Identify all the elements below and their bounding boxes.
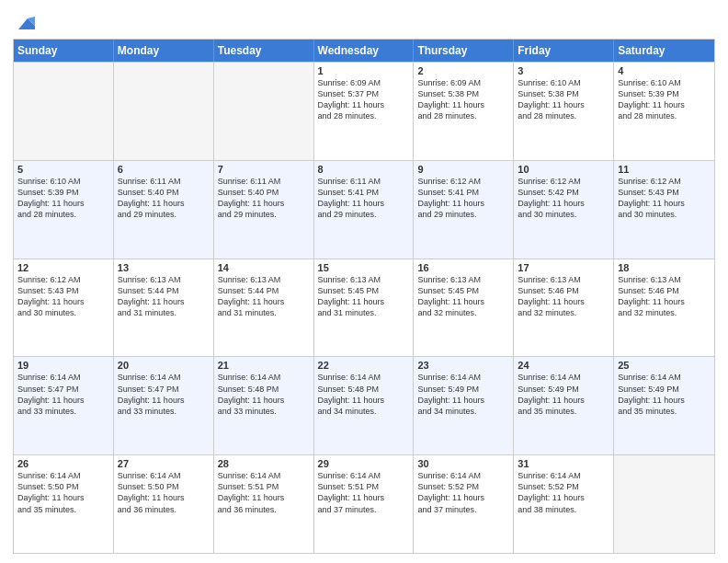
calendar-cell: 12Sunrise: 6:12 AM Sunset: 5:43 PM Dayli…: [14, 259, 114, 357]
page: SundayMondayTuesdayWednesdayThursdayFrid…: [0, 0, 728, 563]
logo: [13, 13, 35, 33]
day-number: 14: [218, 262, 310, 273]
calendar-cell: 14Sunrise: 6:13 AM Sunset: 5:44 PM Dayli…: [214, 259, 314, 357]
day-number: 18: [618, 262, 711, 273]
day-info: Sunrise: 6:12 AM Sunset: 5:41 PM Dayligh…: [417, 176, 509, 221]
day-number: 27: [118, 458, 210, 469]
day-number: 17: [518, 262, 609, 273]
day-info: Sunrise: 6:13 AM Sunset: 5:44 PM Dayligh…: [218, 274, 310, 319]
calendar-cell: 28Sunrise: 6:14 AM Sunset: 5:51 PM Dayli…: [214, 455, 314, 553]
calendar-cell: 9Sunrise: 6:12 AM Sunset: 5:41 PM Daylig…: [414, 161, 514, 259]
day-info: Sunrise: 6:14 AM Sunset: 5:50 PM Dayligh…: [118, 470, 210, 515]
day-number: 22: [318, 360, 410, 371]
calendar-cell: 3Sunrise: 6:10 AM Sunset: 5:38 PM Daylig…: [514, 63, 614, 160]
day-number: 23: [417, 360, 509, 371]
day-number: 3: [518, 65, 609, 76]
day-number: 7: [218, 164, 310, 175]
day-number: 1: [318, 65, 410, 76]
calendar-cell: 11Sunrise: 6:12 AM Sunset: 5:43 PM Dayli…: [614, 161, 714, 259]
day-info: Sunrise: 6:10 AM Sunset: 5:39 PM Dayligh…: [17, 176, 109, 221]
day-number: 11: [618, 164, 711, 175]
calendar-cell: 24Sunrise: 6:14 AM Sunset: 5:49 PM Dayli…: [514, 357, 614, 454]
day-number: 20: [118, 360, 210, 371]
calendar-row: 12Sunrise: 6:12 AM Sunset: 5:43 PM Dayli…: [14, 259, 714, 357]
calendar-cell: 15Sunrise: 6:13 AM Sunset: 5:45 PM Dayli…: [314, 259, 415, 357]
calendar-cell: [614, 455, 714, 553]
day-info: Sunrise: 6:14 AM Sunset: 5:47 PM Dayligh…: [17, 372, 109, 417]
day-number: 8: [318, 164, 410, 175]
day-info: Sunrise: 6:10 AM Sunset: 5:38 PM Dayligh…: [518, 77, 609, 122]
day-info: Sunrise: 6:12 AM Sunset: 5:42 PM Dayligh…: [518, 176, 609, 221]
day-info: Sunrise: 6:14 AM Sunset: 5:51 PM Dayligh…: [218, 470, 310, 515]
day-number: 16: [417, 262, 509, 273]
day-number: 25: [618, 360, 711, 371]
calendar-cell: 18Sunrise: 6:13 AM Sunset: 5:46 PM Dayli…: [614, 259, 714, 357]
calendar-cell: 30Sunrise: 6:14 AM Sunset: 5:52 PM Dayli…: [414, 455, 514, 553]
calendar-cell: 6Sunrise: 6:11 AM Sunset: 5:40 PM Daylig…: [114, 161, 214, 259]
day-info: Sunrise: 6:14 AM Sunset: 5:49 PM Dayligh…: [518, 372, 609, 417]
day-info: Sunrise: 6:14 AM Sunset: 5:51 PM Dayligh…: [318, 470, 410, 515]
calendar-cell: 17Sunrise: 6:13 AM Sunset: 5:46 PM Dayli…: [514, 259, 614, 357]
day-info: Sunrise: 6:13 AM Sunset: 5:45 PM Dayligh…: [417, 274, 509, 319]
calendar-cell: [14, 63, 114, 160]
day-info: Sunrise: 6:14 AM Sunset: 5:47 PM Dayligh…: [118, 372, 210, 417]
calendar-cell: 1Sunrise: 6:09 AM Sunset: 5:37 PM Daylig…: [314, 63, 415, 160]
header: [13, 9, 715, 33]
day-info: Sunrise: 6:14 AM Sunset: 5:52 PM Dayligh…: [417, 470, 509, 515]
calendar-cell: 16Sunrise: 6:13 AM Sunset: 5:45 PM Dayli…: [414, 259, 514, 357]
day-info: Sunrise: 6:14 AM Sunset: 5:48 PM Dayligh…: [218, 372, 310, 417]
header-day: Friday: [514, 40, 614, 62]
day-number: 30: [417, 458, 509, 469]
calendar-cell: 25Sunrise: 6:14 AM Sunset: 5:49 PM Dayli…: [614, 357, 714, 454]
day-number: 28: [218, 458, 310, 469]
day-info: Sunrise: 6:09 AM Sunset: 5:37 PM Dayligh…: [318, 77, 410, 122]
day-number: 2: [417, 65, 509, 76]
day-number: 5: [17, 164, 109, 175]
day-number: 6: [118, 164, 210, 175]
day-info: Sunrise: 6:12 AM Sunset: 5:43 PM Dayligh…: [17, 274, 109, 319]
day-info: Sunrise: 6:09 AM Sunset: 5:38 PM Dayligh…: [417, 77, 509, 122]
day-info: Sunrise: 6:13 AM Sunset: 5:46 PM Dayligh…: [518, 274, 609, 319]
calendar-cell: 22Sunrise: 6:14 AM Sunset: 5:48 PM Dayli…: [314, 357, 415, 454]
calendar-row: 19Sunrise: 6:14 AM Sunset: 5:47 PM Dayli…: [14, 356, 714, 454]
day-number: 13: [118, 262, 210, 273]
calendar-cell: 4Sunrise: 6:10 AM Sunset: 5:39 PM Daylig…: [614, 63, 714, 160]
calendar-cell: 23Sunrise: 6:14 AM Sunset: 5:49 PM Dayli…: [414, 357, 514, 454]
day-number: 31: [518, 458, 609, 469]
calendar-cell: 2Sunrise: 6:09 AM Sunset: 5:38 PM Daylig…: [414, 63, 514, 160]
calendar-cell: 7Sunrise: 6:11 AM Sunset: 5:40 PM Daylig…: [214, 161, 314, 259]
day-number: 29: [318, 458, 410, 469]
day-number: 21: [218, 360, 310, 371]
calendar-header: SundayMondayTuesdayWednesdayThursdayFrid…: [14, 40, 714, 62]
calendar-row: 1Sunrise: 6:09 AM Sunset: 5:37 PM Daylig…: [14, 62, 714, 160]
calendar-cell: 26Sunrise: 6:14 AM Sunset: 5:50 PM Dayli…: [14, 455, 114, 553]
calendar-body: 1Sunrise: 6:09 AM Sunset: 5:37 PM Daylig…: [14, 62, 714, 553]
header-day: Thursday: [414, 40, 514, 62]
day-info: Sunrise: 6:11 AM Sunset: 5:40 PM Dayligh…: [218, 176, 310, 221]
calendar-cell: 10Sunrise: 6:12 AM Sunset: 5:42 PM Dayli…: [514, 161, 614, 259]
day-number: 19: [17, 360, 109, 371]
calendar: SundayMondayTuesdayWednesdayThursdayFrid…: [13, 39, 715, 554]
day-info: Sunrise: 6:13 AM Sunset: 5:46 PM Dayligh…: [618, 274, 711, 319]
day-number: 12: [17, 262, 109, 273]
header-day: Tuesday: [214, 40, 314, 62]
header-day: Sunday: [14, 40, 114, 62]
day-number: 10: [518, 164, 609, 175]
calendar-cell: 8Sunrise: 6:11 AM Sunset: 5:41 PM Daylig…: [314, 161, 415, 259]
calendar-cell: 31Sunrise: 6:14 AM Sunset: 5:52 PM Dayli…: [514, 455, 614, 553]
day-info: Sunrise: 6:13 AM Sunset: 5:44 PM Dayligh…: [118, 274, 210, 319]
calendar-cell: 5Sunrise: 6:10 AM Sunset: 5:39 PM Daylig…: [14, 161, 114, 259]
day-info: Sunrise: 6:11 AM Sunset: 5:41 PM Dayligh…: [318, 176, 410, 221]
day-number: 4: [618, 65, 711, 76]
day-info: Sunrise: 6:13 AM Sunset: 5:45 PM Dayligh…: [318, 274, 410, 319]
day-info: Sunrise: 6:14 AM Sunset: 5:52 PM Dayligh…: [518, 470, 609, 515]
day-info: Sunrise: 6:14 AM Sunset: 5:49 PM Dayligh…: [417, 372, 509, 417]
day-info: Sunrise: 6:14 AM Sunset: 5:49 PM Dayligh…: [618, 372, 711, 417]
calendar-cell: 27Sunrise: 6:14 AM Sunset: 5:50 PM Dayli…: [114, 455, 214, 553]
calendar-cell: [114, 63, 214, 160]
calendar-row: 26Sunrise: 6:14 AM Sunset: 5:50 PM Dayli…: [14, 454, 714, 553]
calendar-cell: 19Sunrise: 6:14 AM Sunset: 5:47 PM Dayli…: [14, 357, 114, 454]
calendar-cell: 13Sunrise: 6:13 AM Sunset: 5:44 PM Dayli…: [114, 259, 214, 357]
day-info: Sunrise: 6:11 AM Sunset: 5:40 PM Dayligh…: [118, 176, 210, 221]
header-day: Monday: [114, 40, 214, 62]
